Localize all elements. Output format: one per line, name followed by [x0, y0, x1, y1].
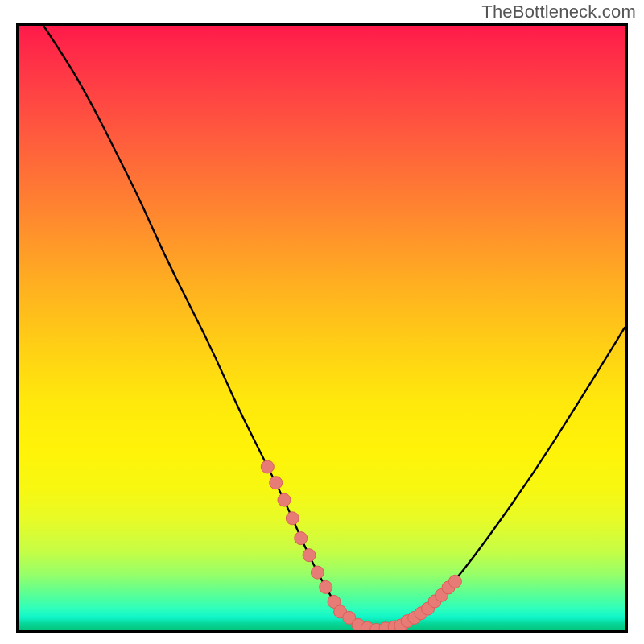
bottleneck-curve	[43, 26, 625, 630]
data-marker	[311, 566, 324, 579]
bottleneck-chart: TheBottleneck.com	[0, 0, 644, 644]
data-marker	[261, 460, 274, 473]
data-marker	[286, 512, 299, 525]
marker-group	[261, 460, 461, 630]
data-marker	[448, 575, 461, 588]
data-marker	[303, 549, 316, 562]
data-marker	[270, 477, 283, 489]
data-marker	[320, 580, 332, 593]
watermark-text: TheBottleneck.com	[481, 2, 636, 23]
data-marker	[278, 493, 291, 506]
plot-area	[16, 23, 628, 633]
chart-svg	[19, 26, 625, 630]
data-marker	[295, 532, 308, 545]
